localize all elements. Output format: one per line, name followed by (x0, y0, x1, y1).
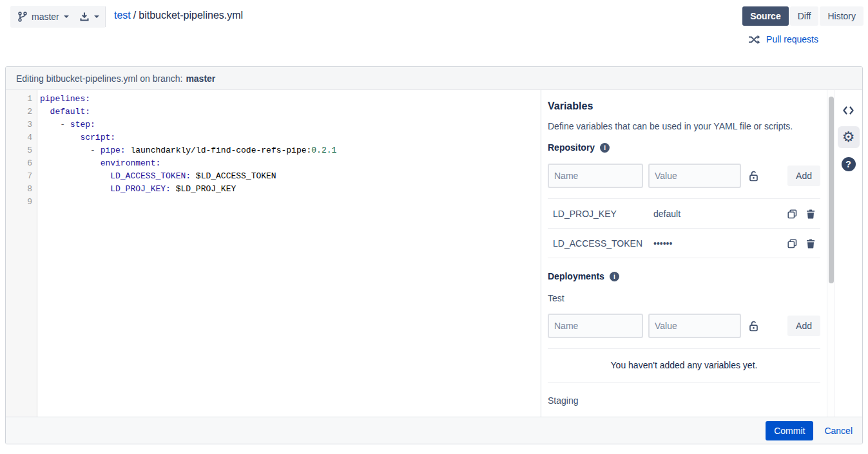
deployments-label: Deployments (548, 271, 604, 281)
test-variable-form: Add (548, 314, 820, 338)
code-editor: 123456789 pipelines: default: - step: sc… (6, 90, 541, 417)
copy-icon[interactable] (787, 209, 797, 219)
chevron-down-icon (94, 15, 99, 18)
pull-requests-icon (748, 35, 760, 44)
line-number: 9 (6, 196, 37, 209)
tab-diff[interactable]: Diff (790, 6, 819, 26)
line-number: 7 (6, 170, 37, 183)
code-lines[interactable]: pipelines: default: - step: script: - pi… (37, 90, 541, 417)
environment-name-test: Test (548, 293, 820, 303)
panel-scrollbar (827, 90, 834, 417)
breadcrumb-separator: / (131, 10, 139, 21)
line-number: 2 (6, 106, 37, 118)
repository-value-input[interactable] (648, 164, 741, 188)
code-line: LD_PROJ_KEY: $LD_PROJ_KEY (37, 183, 541, 196)
top-toolbar: master test/bitbucket-pipelines.yml Sour… (0, 0, 868, 30)
line-number: 4 (6, 131, 37, 144)
test-name-input[interactable] (548, 314, 643, 338)
editor-gutter: 123456789 (6, 90, 37, 417)
tab-source[interactable]: Source (742, 6, 788, 26)
line-number: 3 (6, 118, 37, 131)
code-line: environment: (37, 157, 541, 170)
code-line: - pipe: launchdarkly/ld-find-code-refs-p… (37, 144, 541, 157)
code-line (37, 196, 541, 209)
breadcrumb-file-name: bitbucket-pipelines.yml (139, 10, 243, 21)
branch-selector-label: master (32, 12, 59, 22)
code-line: script: (37, 131, 541, 144)
repository-section-label: Repository i (548, 142, 820, 153)
code-line: default: (37, 106, 541, 118)
content-row: 123456789 pipelines: default: - step: sc… (6, 90, 862, 417)
bitbucket-editor-page: master test/bitbucket-pipelines.yml Sour… (0, 0, 868, 454)
info-icon[interactable]: i (600, 143, 610, 153)
variable-value: •••••• (653, 238, 778, 249)
variable-name: LD_ACCESS_TOKEN (553, 238, 653, 249)
chevron-down-icon (64, 15, 69, 18)
editing-header-text: Editing bitbucket-pipelines.yml on branc… (16, 73, 182, 84)
scrollbar-thumb[interactable] (829, 97, 834, 283)
line-number: 5 (6, 144, 37, 157)
environment-name-staging: Staging (548, 395, 820, 406)
source-view-icon-button[interactable] (838, 99, 860, 121)
code-line: LD_ACCESS_TOKEN: $LD_ACCESS_TOKEN (37, 170, 541, 183)
commit-footer: Commit Cancel (6, 417, 862, 444)
secured-toggle-unlock-icon[interactable] (748, 170, 759, 182)
breadcrumb: test/bitbucket-pipelines.yml (114, 10, 243, 21)
settings-icon-button[interactable]: ⚙ (838, 126, 860, 148)
commit-button[interactable]: Commit (766, 421, 813, 440)
download-button[interactable] (73, 6, 106, 28)
line-number: 8 (6, 183, 37, 196)
line-number: 6 (6, 157, 37, 170)
toolbar-divider (105, 6, 106, 27)
tab-history[interactable]: History (820, 6, 863, 26)
repository-variable-rows: LD_PROJ_KEY default LD_ACCESS_TOKEN ••••… (548, 199, 820, 258)
repository-add-button[interactable]: Add (787, 166, 820, 186)
editing-header-branch: master (186, 73, 215, 84)
download-icon (79, 12, 90, 22)
variable-value: default (653, 209, 778, 219)
variables-panel: Variables Define variables that can be u… (541, 90, 827, 417)
pull-requests-label: Pull requests (766, 34, 818, 44)
test-add-button[interactable]: Add (787, 316, 820, 336)
breadcrumb-repo-link[interactable]: test (114, 10, 131, 21)
cancel-button[interactable]: Cancel (824, 426, 853, 436)
variables-panel-description: Define variables that can be used in you… (548, 121, 820, 131)
empty-variables-message: You haven't added any variables yet. (548, 349, 820, 383)
repository-variable-form: Add (548, 164, 820, 188)
pull-requests-link[interactable]: Pull requests (748, 34, 818, 44)
side-icon-rail: ⚙ ? (834, 90, 862, 417)
question-mark-icon: ? (842, 157, 856, 171)
view-tab-group: Source Diff History (742, 6, 863, 26)
info-icon[interactable]: i (610, 272, 619, 281)
code-line: - step: (37, 118, 541, 131)
editing-header: Editing bitbucket-pipelines.yml on branc… (6, 67, 862, 90)
git-branch-icon (18, 12, 27, 22)
code-brackets-icon (842, 106, 854, 115)
branch-selector-button[interactable]: master (10, 6, 77, 28)
variable-name: LD_PROJ_KEY (553, 209, 653, 219)
repository-name-input[interactable] (548, 164, 643, 188)
line-number: 1 (6, 93, 37, 106)
variables-panel-title: Variables (548, 100, 820, 112)
variable-row: LD_PROJ_KEY default (548, 199, 820, 229)
editor-container: Editing bitbucket-pipelines.yml on branc… (5, 66, 863, 444)
variable-row: LD_ACCESS_TOKEN •••••• (548, 229, 820, 258)
gear-icon: ⚙ (842, 130, 855, 144)
delete-icon[interactable] (806, 239, 815, 249)
deployments-section-label: Deployments i (548, 271, 820, 281)
code-line: pipelines: (37, 93, 541, 106)
copy-icon[interactable] (787, 239, 797, 249)
test-value-input[interactable] (648, 314, 741, 338)
repository-label: Repository (548, 142, 595, 153)
help-icon-button[interactable]: ? (838, 153, 860, 175)
delete-icon[interactable] (806, 209, 815, 219)
secured-toggle-unlock-icon[interactable] (748, 320, 759, 332)
